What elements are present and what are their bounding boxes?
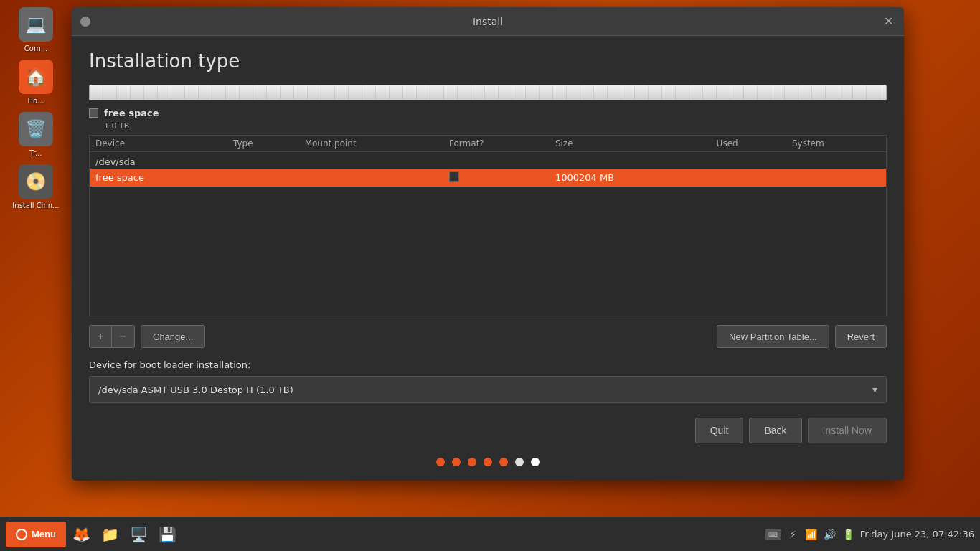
taskbar-time: Friday June 23, 07:42:36 bbox=[860, 529, 974, 540]
window-titlebar: Install ✕ bbox=[72, 7, 904, 36]
new-partition-table-button[interactable]: New Partition Table... bbox=[717, 325, 829, 348]
taskbar-app-disk[interactable]: 💾 bbox=[155, 522, 181, 547]
taskbar: Menu 🦊 📁 🖥️ 💾 ⌨ ⚡ 📶 🔊 🔋 Friday June 23, … bbox=[0, 517, 980, 551]
free-space-checkbox bbox=[89, 108, 98, 118]
free-space-text: free space bbox=[104, 108, 159, 118]
remove-partition-button[interactable]: − bbox=[112, 325, 135, 348]
progress-dots bbox=[89, 458, 887, 466]
bootloader-label: Device for boot loader installation: bbox=[89, 359, 887, 370]
window-title: Install bbox=[473, 16, 503, 27]
row-format bbox=[443, 169, 550, 187]
format-checkbox-icon bbox=[449, 171, 459, 182]
col-device: Device bbox=[90, 136, 227, 152]
col-mount: Mount point bbox=[299, 136, 443, 152]
dot-7 bbox=[531, 458, 540, 466]
desktop-icon-install[interactable]: 📀 Install Cinn... bbox=[7, 164, 65, 209]
nav-buttons: Quit Back Install Now bbox=[89, 418, 887, 443]
row-used bbox=[711, 169, 786, 187]
col-size: Size bbox=[550, 136, 711, 152]
partition-table-container: Device Type Mount point Format? Size Use… bbox=[89, 135, 887, 316]
table-header-row: Device Type Mount point Format? Size Use… bbox=[90, 136, 886, 152]
row-size: 1000204 MB bbox=[550, 169, 711, 187]
wifi-icon[interactable]: 📶 bbox=[804, 527, 819, 542]
bluetooth-icon[interactable]: ⚡ bbox=[786, 527, 800, 542]
bootloader-selected-value: /dev/sda ASMT USB 3.0 Destop H (1.0 TB) bbox=[98, 385, 293, 395]
partition-bar bbox=[89, 85, 887, 100]
desktop-sidebar: 💻 Com... 🏠 Ho... 🗑️ Tr... 📀 Install Cinn… bbox=[0, 0, 72, 517]
free-space-size: 1.0 TB bbox=[104, 121, 887, 131]
install-window: Install ✕ Installation type free space 1… bbox=[72, 7, 904, 481]
dot-4 bbox=[484, 458, 492, 466]
row-system bbox=[786, 169, 886, 187]
keyboard-icon[interactable]: ⌨ bbox=[765, 529, 781, 540]
window-controls bbox=[80, 17, 90, 27]
taskbar-app-firefox[interactable]: 🦊 bbox=[69, 522, 95, 547]
page-title: Installation type bbox=[89, 50, 887, 72]
back-button[interactable]: Back bbox=[749, 418, 801, 443]
col-system: System bbox=[786, 136, 886, 152]
col-type: Type bbox=[227, 136, 299, 152]
dot-2 bbox=[452, 458, 461, 466]
table-row[interactable]: free space 1000204 MB bbox=[90, 169, 886, 187]
quit-button[interactable]: Quit bbox=[695, 418, 744, 443]
col-format: Format? bbox=[443, 136, 550, 152]
chevron-down-icon: ▾ bbox=[872, 384, 877, 395]
row-type bbox=[227, 169, 299, 187]
row-mount bbox=[299, 169, 443, 187]
desktop-icon-computer[interactable]: 💻 Com... bbox=[7, 7, 65, 52]
bootloader-select[interactable]: /dev/sda ASMT USB 3.0 Destop H (1.0 TB) … bbox=[89, 376, 887, 403]
taskbar-app-terminal[interactable]: 🖥️ bbox=[126, 522, 152, 547]
col-used: Used bbox=[711, 136, 786, 152]
partition-bar-fill bbox=[90, 85, 886, 100]
dot-1 bbox=[436, 458, 445, 466]
desktop-icon-trash[interactable]: 🗑️ Tr... bbox=[7, 112, 65, 157]
menu-icon bbox=[16, 529, 27, 540]
desktop-icon-home[interactable]: 🏠 Ho... bbox=[7, 60, 65, 105]
row-device: free space bbox=[90, 169, 227, 187]
partition-table: Device Type Mount point Format? Size Use… bbox=[90, 136, 886, 187]
dot-6 bbox=[515, 458, 524, 466]
volume-icon[interactable]: 🔊 bbox=[823, 527, 837, 542]
add-partition-button[interactable]: + bbox=[89, 325, 112, 348]
battery-icon: 🔋 bbox=[842, 527, 856, 542]
window-titlebar-close[interactable]: ✕ bbox=[881, 14, 895, 29]
change-partition-button[interactable]: Change... bbox=[141, 325, 205, 348]
device-group-row: /dev/sda bbox=[90, 152, 886, 169]
window-close-btn[interactable] bbox=[80, 17, 90, 27]
taskbar-right: ⌨ ⚡ 📶 🔊 🔋 Friday June 23, 07:42:36 bbox=[765, 527, 974, 542]
partition-actions: + − Change... New Partition Table... Rev… bbox=[89, 325, 887, 348]
install-now-button[interactable]: Install Now bbox=[808, 418, 887, 443]
device-group-label: /dev/sda bbox=[90, 152, 886, 169]
menu-button[interactable]: Menu bbox=[6, 522, 66, 547]
dot-3 bbox=[468, 458, 476, 466]
taskbar-app-files[interactable]: 📁 bbox=[98, 522, 123, 547]
window-body: Installation type free space 1.0 TB Devi… bbox=[72, 36, 904, 481]
free-space-label-row: free space bbox=[89, 108, 887, 118]
menu-label: Menu bbox=[32, 529, 56, 540]
dot-5 bbox=[499, 458, 508, 466]
revert-button[interactable]: Revert bbox=[835, 325, 887, 348]
